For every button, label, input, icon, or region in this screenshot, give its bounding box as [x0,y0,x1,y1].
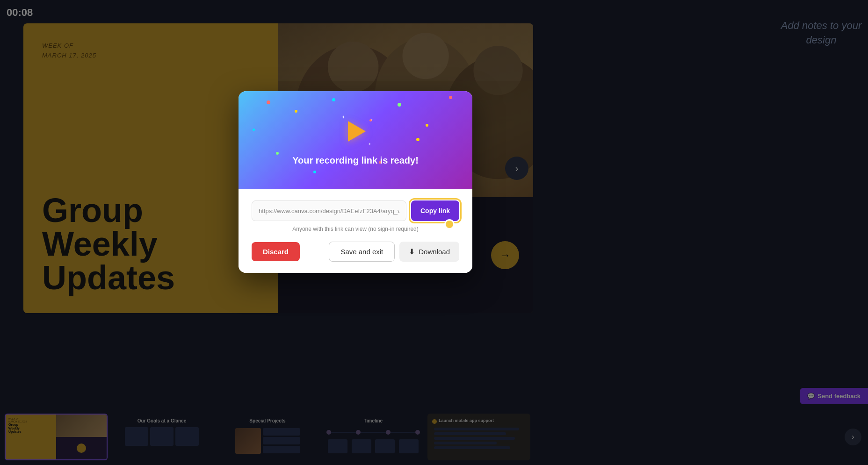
download-button[interactable]: ⬇ Download [399,242,459,262]
link-note: Anyone with this link can view (no sign-… [252,226,459,232]
download-icon: ⬇ [409,247,415,256]
url-row: Copy link [252,200,459,221]
recording-url-input[interactable] [252,200,406,221]
recording-modal: ✦ ✦ ✦ Your recording link is ready! Copy… [239,91,472,273]
play-icon-container: ✦ ✦ ✦ [339,115,372,148]
modal-actions: Discard Save and exit ⬇ Download [252,242,459,262]
modal-header: ✦ ✦ ✦ Your recording link is ready! [239,91,472,189]
modal-overlay: ✦ ✦ ✦ Your recording link is ready! Copy… [0,0,868,465]
confetti-3 [332,98,335,101]
play-triangle-icon [348,121,366,142]
modal-body: Copy link Anyone with this link can view… [239,189,472,273]
modal-title: Your recording link is ready! [292,155,419,166]
copy-ring [409,198,462,223]
confetti-7 [449,96,452,99]
confetti-6 [426,124,428,127]
confetti-8 [253,129,255,131]
confetti-12 [313,171,316,173]
download-label: Download [419,248,450,256]
copy-cursor-indicator [444,219,455,229]
confetti-9 [276,152,279,155]
confetti-10 [416,138,420,141]
copy-link-button[interactable]: Copy link [411,200,459,221]
confetti-1 [267,100,270,104]
confetti-5 [398,103,401,107]
discard-button[interactable]: Discard [252,242,300,261]
confetti-2 [295,110,297,113]
save-exit-button[interactable]: Save and exit [329,242,395,262]
